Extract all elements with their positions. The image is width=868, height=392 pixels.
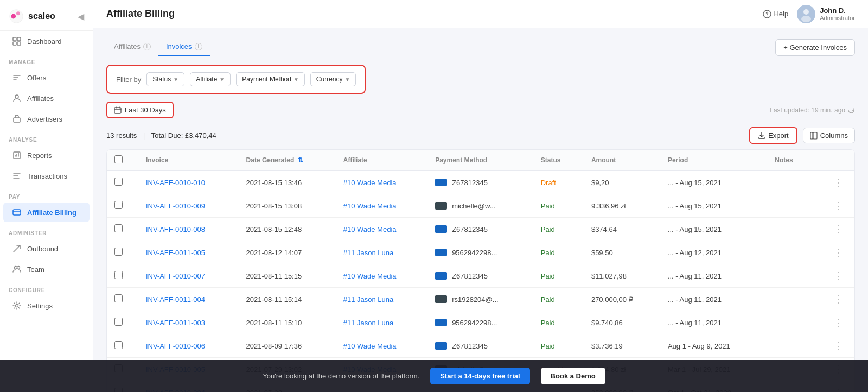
tab-affiliates[interactable]: Affiliates i (106, 39, 158, 56)
affiliate-name[interactable]: #11 Jason Luna (336, 288, 427, 311)
columns-label: Columns (820, 131, 848, 140)
columns-button[interactable]: Columns (803, 128, 855, 143)
columns-icon (810, 132, 818, 140)
status-badge: Paid (541, 225, 555, 233)
row-checkbox[interactable] (114, 224, 123, 232)
affiliate-name[interactable]: #10 Wade Media (336, 194, 427, 218)
start-trial-button[interactable]: Start a 14-days free trial (430, 368, 529, 384)
affiliate-name[interactable]: #10 Wade Media (336, 264, 427, 288)
row-actions-cell: ⋮ (812, 288, 854, 311)
collapse-sidebar-button[interactable]: ◀ (78, 11, 84, 22)
notes-cell (767, 264, 812, 288)
amount-cell: $3.736,19 (584, 334, 660, 358)
affiliate-billing-label: Affiliate Billing (27, 208, 76, 217)
row-checkbox[interactable] (114, 318, 123, 326)
refresh-icon[interactable] (847, 106, 855, 114)
row-checkbox[interactable] (114, 294, 123, 302)
sidebar-item-settings[interactable]: Settings (3, 296, 90, 315)
invoice-number[interactable]: INV-AFF-0010-009 (138, 194, 239, 218)
row-more-button[interactable]: ⋮ (831, 316, 847, 329)
affiliate-filter-button[interactable]: Affiliate ▼ (190, 72, 231, 86)
sidebar-item-advertisers[interactable]: Advertisers (3, 109, 90, 129)
table-header-row: Invoice Date Generated ⇅ Affiliate Payme… (107, 150, 854, 171)
status-badge: Paid (541, 295, 555, 304)
sidebar-item-reports[interactable]: Reports (3, 146, 90, 165)
help-button[interactable]: Help (763, 10, 788, 18)
invoice-number[interactable]: INV-AFF-0010-010 (138, 171, 239, 194)
notes-cell (767, 311, 812, 334)
invoice-number[interactable]: INV-AFF-0010-006 (138, 334, 239, 358)
row-checkbox[interactable] (114, 271, 123, 279)
tab-affiliates-label: Affiliates (114, 42, 141, 50)
row-checkbox[interactable] (114, 248, 123, 256)
reports-label: Reports (27, 151, 52, 160)
advertisers-label: Advertisers (27, 115, 62, 123)
status-filter-button[interactable]: Status ▼ (146, 72, 184, 86)
invoice-number[interactable]: INV-AFF-0011-004 (138, 288, 239, 311)
generate-invoices-label: + Generate Invoices (783, 43, 847, 52)
payment-method-filter-button[interactable]: Payment Method ▼ (236, 72, 305, 86)
currency-filter-button[interactable]: Currency ▼ (310, 72, 356, 86)
page-title: Affiliate Billing (106, 8, 175, 20)
sidebar-item-team[interactable]: Team (3, 260, 90, 279)
svg-point-11 (15, 267, 17, 269)
table-row: INV-AFF-0011-004 2021-08-11 15:14 #11 Ja… (107, 288, 854, 311)
period-cell: ... - Aug 11, 2021 (660, 264, 767, 288)
row-actions-cell: ⋮ (812, 171, 854, 194)
book-demo-button[interactable]: Book a Demo (541, 368, 605, 384)
sidebar-item-offers[interactable]: Offers (3, 68, 90, 87)
sidebar-item-affiliates[interactable]: Affiliates (3, 88, 90, 108)
select-all-checkbox[interactable] (114, 155, 123, 163)
table-row: INV-AFF-0010-007 2021-08-11 15:15 #10 Wa… (107, 264, 854, 288)
period-cell: ... - Aug 15, 2021 (660, 194, 767, 218)
row-checkbox[interactable] (114, 201, 123, 209)
row-more-button[interactable]: ⋮ (831, 269, 847, 282)
affiliate-name[interactable]: #10 Wade Media (336, 334, 427, 358)
row-checkbox[interactable] (114, 341, 123, 349)
main-area: Affiliate Billing Help John D. Administr… (93, 0, 868, 392)
user-profile[interactable]: John D. Administrator (797, 5, 855, 23)
date-generated: 2021-08-09 17:36 (239, 334, 336, 358)
invoice-number[interactable]: INV-AFF-0010-008 (138, 218, 239, 241)
row-more-button[interactable]: ⋮ (831, 223, 847, 236)
tab-invoices[interactable]: Invoices i (158, 39, 210, 56)
team-label: Team (27, 265, 44, 274)
svg-rect-10 (13, 210, 21, 215)
results-actions: Export Columns (749, 127, 855, 144)
affiliate-name[interactable]: #10 Wade Media (336, 171, 427, 194)
table-row: INV-AFF-0010-006 2021-08-09 17:36 #10 Wa… (107, 334, 854, 358)
sidebar-item-affiliate-billing[interactable]: Affiliate Billing (3, 203, 90, 222)
date-sort-icon: ⇅ (298, 156, 303, 164)
affiliate-name[interactable]: #10 Wade Media (336, 218, 427, 241)
col-checkbox (107, 150, 138, 171)
status-cell: Paid (533, 311, 584, 334)
date-range-button[interactable]: Last 30 Days (106, 102, 174, 118)
affiliate-name[interactable]: #11 Jason Luna (336, 241, 427, 264)
sidebar-item-transactions[interactable]: Transactions (3, 166, 90, 186)
export-button[interactable]: Export (749, 127, 797, 144)
col-date[interactable]: Date Generated ⇅ (239, 150, 336, 171)
row-more-button[interactable]: ⋮ (831, 339, 847, 352)
row-checkbox[interactable] (114, 178, 123, 186)
row-more-button[interactable]: ⋮ (831, 176, 847, 189)
row-more-button[interactable]: ⋮ (831, 293, 847, 306)
table-row: INV-AFF-0011-003 2021-08-11 15:10 #11 Ja… (107, 311, 854, 334)
invoice-number[interactable]: INV-AFF-0010-007 (138, 264, 239, 288)
invoice-number[interactable]: INV-AFF-0011-005 (138, 241, 239, 264)
date-generated: 2021-08-15 12:48 (239, 218, 336, 241)
demo-banner: You're looking at the demo version of th… (0, 360, 868, 392)
invoice-number[interactable]: INV-AFF-0011-003 (138, 311, 239, 334)
row-more-button[interactable]: ⋮ (831, 199, 847, 212)
manage-section-label: MANAGE (0, 52, 93, 67)
offers-label: Offers (27, 74, 46, 82)
sidebar-item-outbound[interactable]: Outbound (3, 239, 90, 258)
notes-cell (767, 171, 812, 194)
sidebar-item-dashboard[interactable]: Dashboard (3, 31, 90, 51)
affiliate-name[interactable]: #11 Jason Luna (336, 311, 427, 334)
generate-invoices-button[interactable]: + Generate Invoices (775, 39, 855, 56)
outbound-label: Outbound (27, 245, 58, 253)
row-more-button[interactable]: ⋮ (831, 246, 847, 259)
period-cell: ... - Aug 15, 2021 (660, 218, 767, 241)
payment-method-cell: Z67812345 (427, 171, 533, 194)
payment-method-label: Z67812345 (452, 272, 488, 280)
